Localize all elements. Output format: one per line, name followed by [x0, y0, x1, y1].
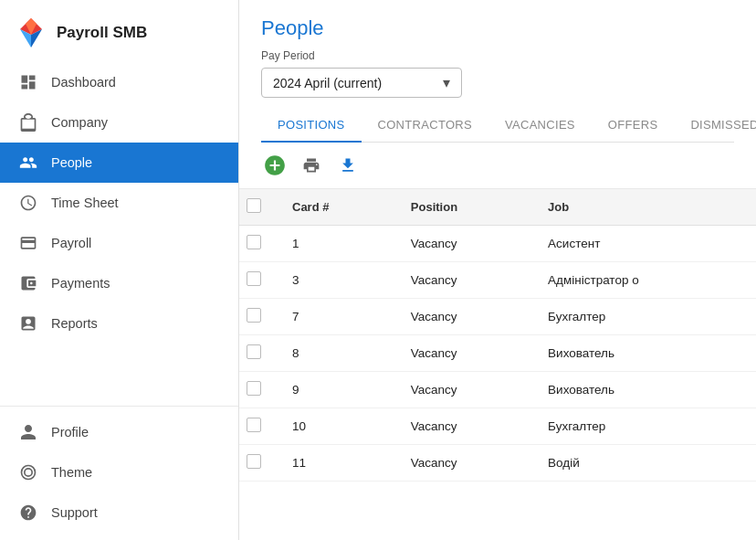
row-checkbox-5[interactable]: [247, 418, 261, 432]
sidebar-item-people[interactable]: People: [0, 143, 238, 183]
row-checkbox-2[interactable]: [247, 308, 261, 323]
sidebar-item-payroll-label: Payroll: [51, 236, 91, 250]
reports-icon: [18, 313, 38, 334]
row-position-5: Vacancy: [398, 408, 535, 445]
row-position-6: Vacancy: [398, 445, 535, 482]
sidebar-item-timesheet[interactable]: Time Sheet: [0, 183, 238, 223]
row-card-2: 7: [279, 299, 398, 335]
sidebar: Payroll SMB Dashboard Company People: [0, 0, 239, 540]
select-all-checkbox[interactable]: [247, 198, 261, 213]
row-card-5: 10: [279, 408, 398, 445]
row-card-3: 8: [279, 335, 398, 372]
sidebar-item-profile-label: Profile: [51, 425, 89, 439]
app-logo[interactable]: Payroll SMB: [0, 0, 238, 62]
sidebar-item-payments[interactable]: Payments: [0, 263, 238, 303]
row-position-4: Vacancy: [398, 372, 535, 408]
timesheet-icon: [18, 193, 38, 213]
table-row: 9 Vacancy Вихователь: [239, 372, 756, 408]
vacancies-table-container: Card # Position Job 1 Vacancy Асистент 3…: [239, 189, 756, 540]
table-row: 7 Vacancy Бухгалтер: [239, 299, 756, 335]
sidebar-item-reports-label: Reports: [51, 316, 98, 331]
row-checkbox-3[interactable]: [247, 344, 261, 359]
sidebar-item-theme[interactable]: Theme: [0, 452, 238, 492]
tab-offers[interactable]: OFFERS: [592, 109, 675, 143]
table-header-row: Card # Position Job: [239, 189, 756, 226]
row-job-6: Водій: [535, 445, 756, 482]
chevron-down-icon: ▾: [443, 74, 450, 91]
sidebar-item-timesheet-label: Time Sheet: [51, 196, 119, 210]
pay-period-value: 2024 April (current): [273, 76, 382, 90]
tab-dismissed[interactable]: DISMISSED: [674, 109, 756, 143]
row-position-1: Vacancy: [398, 262, 535, 299]
row-checkbox-cell: [239, 372, 279, 408]
support-icon: [18, 503, 38, 523]
row-checkbox-1[interactable]: [247, 271, 261, 286]
row-position-3: Vacancy: [398, 335, 535, 372]
sidebar-item-profile[interactable]: Profile: [0, 412, 238, 452]
tab-vacancies[interactable]: VACANCIES: [488, 109, 592, 143]
tabs-bar: POSITIONS CONTRACTORS VACANCIES OFFERS D…: [261, 109, 734, 143]
pay-period-label: Pay Period: [261, 49, 734, 62]
add-button[interactable]: [261, 152, 289, 179]
table-header-checkbox-col: [239, 189, 279, 226]
row-checkbox-cell: [239, 408, 279, 445]
payments-icon: [18, 273, 38, 293]
sidebar-item-company-label: Company: [51, 115, 108, 130]
table-header-job: Job: [535, 189, 756, 226]
tab-contractors[interactable]: CONTRACTORS: [362, 109, 488, 143]
table-body: 1 Vacancy Асистент 3 Vacancy Адміністрат…: [239, 226, 756, 482]
main-header: People Pay Period 2024 April (current) ▾…: [239, 0, 756, 143]
row-card-0: 1: [279, 226, 398, 262]
row-position-2: Vacancy: [398, 299, 535, 335]
profile-icon: [18, 422, 38, 442]
table-row: 10 Vacancy Бухгалтер: [239, 408, 756, 445]
company-icon: [18, 112, 38, 132]
sidebar-bottom: Profile Theme Support: [0, 406, 238, 540]
row-checkbox-4[interactable]: [247, 381, 261, 396]
row-card-1: 3: [279, 262, 398, 299]
row-card-6: 11: [279, 445, 398, 482]
table-header-card: Card #: [279, 189, 398, 226]
main-content: People Pay Period 2024 April (current) ▾…: [239, 0, 756, 540]
row-job-1: Адміністратор о: [535, 262, 756, 299]
dashboard-icon: [18, 72, 38, 92]
row-job-2: Бухгалтер: [535, 299, 756, 335]
people-icon: [18, 153, 38, 173]
sidebar-nav: Dashboard Company People Time Sheet: [0, 62, 238, 540]
table-header-position: Position: [398, 189, 535, 226]
sidebar-item-support[interactable]: Support: [0, 492, 238, 533]
print-button[interactable]: [298, 152, 325, 179]
tab-positions[interactable]: POSITIONS: [261, 109, 362, 143]
sidebar-item-theme-label: Theme: [51, 465, 92, 480]
row-job-0: Асистент: [535, 226, 756, 262]
row-job-3: Вихователь: [535, 335, 756, 372]
sidebar-item-support-label: Support: [51, 505, 98, 520]
theme-icon: [18, 462, 38, 482]
download-button[interactable]: [334, 152, 362, 179]
row-checkbox-cell: [239, 299, 279, 335]
app-name: Payroll SMB: [57, 24, 147, 42]
row-checkbox-cell: [239, 445, 279, 482]
row-job-4: Вихователь: [535, 372, 756, 408]
table-toolbar: [239, 143, 756, 189]
page-title: People: [261, 16, 734, 40]
sidebar-item-dashboard[interactable]: Dashboard: [0, 62, 238, 102]
sidebar-item-company[interactable]: Company: [0, 102, 238, 143]
pay-period-select[interactable]: 2024 April (current) ▾: [261, 68, 462, 98]
sidebar-item-payroll[interactable]: Payroll: [0, 223, 238, 263]
row-checkbox-cell: [239, 226, 279, 262]
vacancies-table: Card # Position Job 1 Vacancy Асистент 3…: [239, 189, 756, 482]
row-position-0: Vacancy: [398, 226, 535, 262]
sidebar-item-dashboard-label: Dashboard: [51, 75, 116, 90]
row-checkbox-cell: [239, 335, 279, 372]
row-job-5: Бухгалтер: [535, 408, 756, 445]
row-checkbox-6[interactable]: [247, 454, 261, 469]
payroll-icon: [18, 233, 38, 253]
table-row: 8 Vacancy Вихователь: [239, 335, 756, 372]
sidebar-item-reports[interactable]: Reports: [0, 303, 238, 344]
table-row: 11 Vacancy Водій: [239, 445, 756, 482]
table-row: 1 Vacancy Асистент: [239, 226, 756, 262]
row-checkbox-cell: [239, 262, 279, 299]
row-checkbox-0[interactable]: [247, 235, 261, 249]
row-card-4: 9: [279, 372, 398, 408]
